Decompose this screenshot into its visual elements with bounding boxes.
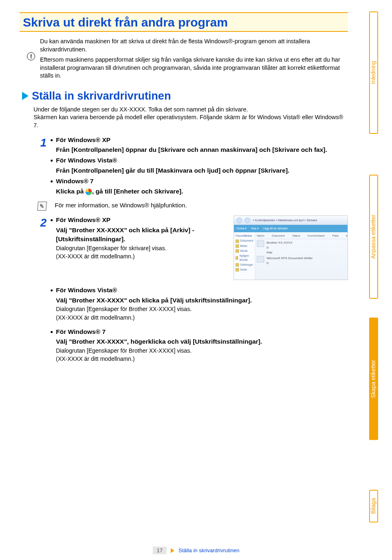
step-number: 2	[31, 216, 51, 363]
section-intro: Under de följande stegen ser du XX-XXXX.…	[20, 104, 348, 133]
page-title: Skriva ut direkt från andra program	[23, 16, 345, 29]
bullet-icon	[51, 289, 53, 291]
caution-icon: !	[27, 52, 35, 60]
step2-w7-l1: Välj "Brother XX-XXXX", högerklicka och …	[51, 337, 348, 346]
bullet-icon	[51, 331, 53, 333]
step1-w7-body: Klicka på , gå till [Enheter och Skrivar…	[51, 187, 348, 196]
note-row: ✎ För mer information, se Windows® hjälp…	[31, 199, 348, 213]
step2-vista-s2: (XX-XXXX är ditt modellnamn.)	[51, 313, 348, 322]
triangle-icon	[22, 92, 29, 100]
tab-bilaga[interactable]: Bilaga	[369, 490, 378, 522]
tab-skapa[interactable]: Skapa etiketter	[369, 318, 378, 440]
side-tabs: Inledning Anpassa etiketter Skapa etiket…	[363, 0, 378, 522]
section-title: Ställa in skrivardrivrutinen	[32, 90, 171, 102]
step1-w7-head: Windows® 7	[56, 178, 94, 184]
screenshot-thumbnail: « Kontrollpanelen » Maskinvara och ljud …	[234, 216, 348, 280]
step2-w7-s2: (XX-XXXX är ditt modellnamn.)	[51, 355, 348, 363]
page-number: 17	[153, 547, 167, 554]
step2-xp-s1: Dialogrutan [Egenskaper för skrivare] vi…	[51, 244, 228, 252]
bullet-icon	[51, 219, 53, 221]
toolbar-item: Ordna ▾	[236, 227, 247, 231]
bullet-icon	[51, 180, 53, 182]
windows-logo-icon	[85, 189, 92, 195]
step-number: 1	[31, 136, 51, 196]
step2-vista-l1: Välj "Brother XX-XXXX" och klicka på [Vä…	[51, 296, 348, 305]
section-heading: Ställa in skrivardrivrutinen	[20, 86, 348, 104]
step1-xp-head: För Windows® XP	[56, 136, 111, 143]
step2-xp-l1: Välj "Brother XX-XXXX" och klicka på [Ar…	[51, 226, 228, 244]
bullet-icon	[51, 160, 53, 162]
intro-block: ! Du kan använda maskinen för att skriva…	[20, 36, 348, 86]
sidebar-head: Favoritlänkar	[236, 234, 253, 238]
step-2: 2 För Windows® XP Välj "Brother XX-XXXX"…	[31, 216, 348, 363]
forward-icon	[245, 218, 250, 223]
footer: 17 Ställa in skrivardrivrutinen	[0, 547, 392, 554]
bullet-icon	[51, 139, 53, 141]
step1-xp-body: Från [Kontrollpanelen] öppnar du [Skriva…	[51, 145, 348, 154]
breadcrumb: « Kontrollpanelen » Maskinvara och ljud …	[253, 218, 317, 222]
intro-text-1: Du kan använda maskinen för att skriva u…	[40, 38, 345, 53]
step2-w7-s1: Dialogrutan [Egenskaper för Brother XX-X…	[51, 347, 348, 355]
step2-xp-head: För Windows® XP	[56, 216, 111, 223]
footer-breadcrumb: Ställa in skrivardrivrutinen	[178, 547, 239, 553]
triangle-icon	[171, 548, 174, 553]
step2-xp-s2: (XX-XXXX är ditt modellnamn.)	[51, 252, 228, 260]
toolbar-item: Visa ▾	[251, 227, 258, 231]
step-1: 1 För Windows® XP Från [Kontrollpanelen]…	[31, 136, 348, 196]
step1-vista-head: För Windows Vista®	[56, 157, 117, 164]
note-icon: ✎	[37, 202, 47, 211]
step2-vista-s1: Dialogrutan [Egenskaper för Brother XX-X…	[51, 305, 348, 313]
toolbar-item: Lägg till en skrivare	[263, 227, 287, 231]
heading-bar: Skriva ut direkt från andra program	[20, 12, 348, 32]
step2-vista-head: För Windows Vista®	[56, 287, 117, 293]
tab-inledning[interactable]: Inledning	[369, 11, 378, 134]
step1-vista-body: Från [Kontrollpanelen] går du till [Mask…	[51, 166, 348, 175]
tab-anpassa[interactable]: Anpassa etiketter	[369, 175, 378, 299]
step2-w7-head: För Windows® 7	[56, 328, 106, 335]
note-text: För mer information, se Windows® hjälpfu…	[55, 202, 348, 211]
back-icon	[236, 218, 242, 223]
intro-text-2: Eftersom maskinens pappersformat skiljer…	[40, 56, 345, 80]
